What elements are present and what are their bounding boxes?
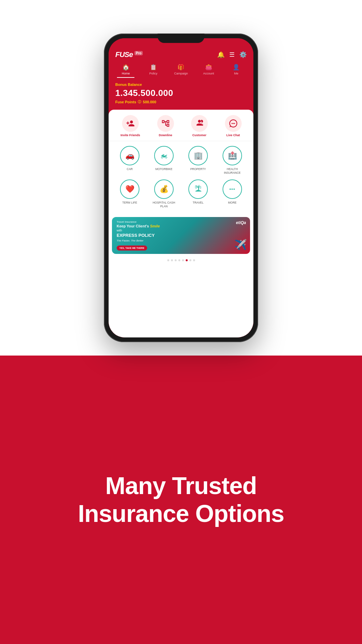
termlife-icon-circle: ❤️ — [120, 179, 139, 199]
product-property[interactable]: 🏢 PROPERTY — [185, 146, 212, 175]
car-icon-circle: 🚗 — [120, 146, 139, 165]
dot-4 — [178, 259, 180, 261]
motorbike-label: MOTORBIKE — [156, 167, 173, 171]
phone-device: FUSe Pro 🔔 ☰ ⚙️ 🏠 — [104, 34, 258, 342]
info-icon: ⓘ — [138, 100, 141, 104]
bottom-section: Many Trusted Insurance Options — [0, 356, 362, 644]
fuse-points-row: Fuse Points ⓘ 500.000 — [115, 100, 247, 104]
fuse-points-label: Fuse Points — [115, 100, 136, 104]
hospital-icon-circle: 💰 — [154, 179, 174, 199]
settings-icon[interactable]: ⚙️ — [239, 51, 247, 58]
dot-3 — [175, 259, 177, 261]
bell-icon[interactable]: 🔔 — [217, 51, 225, 58]
tab-me[interactable]: 👤 Me — [228, 64, 245, 78]
balance-section: Bonus Balance 1.345.500.000 Fuse Points … — [109, 78, 253, 110]
dot-5 — [182, 259, 184, 261]
property-label: PROPERTY — [190, 167, 206, 171]
dot-6 — [186, 259, 188, 261]
banner-content: Travel Insurance Keep Your Client's Smil… — [112, 217, 250, 254]
banner-title: EXPRESS POLICY — [117, 233, 245, 238]
product-car[interactable]: 🚗 CAR — [116, 146, 143, 175]
menu-icon[interactable]: ☰ — [229, 51, 235, 58]
phone-screen: FUSe Pro 🔔 ☰ ⚙️ 🏠 — [109, 38, 253, 337]
banner-sub: The Faster, The Better — [117, 239, 245, 242]
motorbike-icon-circle: 🏍 — [154, 146, 174, 165]
tab-campaign[interactable]: 🎁 Campaign — [172, 64, 190, 78]
hospital-label: HOSPITAL CASH PLAN — [150, 201, 177, 208]
balance-amount: 1.345.500.000 — [115, 88, 247, 98]
carousel-dots — [109, 257, 253, 264]
travel-icon-circle: 🏝 — [188, 179, 208, 199]
phone-area: FUSe Pro 🔔 ☰ ⚙️ 🏠 — [0, 0, 362, 356]
property-icon-circle: 🏢 — [188, 146, 208, 165]
dot-8 — [193, 259, 195, 261]
quick-action-customer[interactable]: Customer — [191, 115, 208, 137]
product-termlife[interactable]: ❤️ TERM LIFE — [116, 179, 143, 208]
top-icons-group: 🔔 ☰ ⚙️ — [217, 51, 247, 58]
tab-account[interactable]: 👛 Account — [200, 64, 217, 78]
tagline: Many Trusted Insurance Options — [78, 472, 284, 528]
car-label: CAR — [127, 167, 133, 171]
me-icon: 👤 — [233, 64, 240, 71]
quick-action-invite[interactable]: Invite Friends — [120, 115, 140, 137]
product-motorbike[interactable]: 🏍 MOTORBIKE — [150, 146, 177, 175]
tab-me-label: Me — [234, 72, 238, 75]
tagline-line2: Insurance Options — [78, 500, 284, 527]
tab-policy-label: Policy — [149, 72, 158, 75]
downline-label: Downline — [159, 133, 172, 137]
app-container: FUSe Pro 🔔 ☰ ⚙️ 🏠 — [109, 38, 253, 337]
logo-pro-badge: Pro — [134, 51, 143, 55]
dot-2 — [171, 259, 173, 261]
tab-home-label: Home — [122, 72, 130, 75]
bonus-balance-label: Bonus Balance — [115, 83, 247, 87]
campaign-icon: 🎁 — [177, 64, 184, 71]
customer-icon-circle — [191, 115, 208, 132]
nav-tabs: 🏠 Home 📋 Policy 🎁 Campaign 👛 — [109, 62, 253, 78]
banner-tag: Travel Insurance — [117, 220, 245, 223]
account-icon: 👛 — [205, 64, 212, 71]
health-label: HEALTH INSURANCE — [219, 167, 246, 175]
invite-label: Invite Friends — [120, 133, 140, 137]
fuse-points-value: 500.000 — [143, 100, 156, 104]
logo-text: FUSe — [115, 50, 133, 59]
tab-home[interactable]: 🏠 Home — [117, 64, 134, 78]
health-icon-circle: 🏥 — [223, 146, 242, 165]
promo-banner[interactable]: Travel Insurance Keep Your Client's Smil… — [112, 217, 250, 254]
product-more[interactable]: ••• More — [219, 179, 246, 208]
more-icon-circle: ••• — [223, 179, 242, 199]
quick-actions: Invite Friends Downline — [109, 110, 253, 141]
svg-point-0 — [201, 120, 202, 121]
downline-icon-circle — [157, 115, 174, 132]
phone-notch — [158, 34, 204, 43]
product-travel[interactable]: 🏝 TRAVEL — [185, 179, 212, 208]
travel-label: TRAVEL — [193, 201, 203, 205]
quick-action-downline[interactable]: Downline — [157, 115, 174, 137]
dot-1 — [167, 259, 169, 261]
tab-campaign-label: Campaign — [174, 72, 188, 75]
livechat-icon-circle — [225, 115, 242, 132]
banner-cta-button[interactable]: YES, TAKE ME THERE — [117, 246, 147, 251]
product-grid: 🚗 CAR 🏍 MOTORBIKE 🏢 PROPERTY — [109, 141, 253, 216]
dot-7 — [189, 259, 191, 261]
home-icon: 🏠 — [122, 64, 129, 71]
more-label: More — [228, 201, 237, 205]
quick-action-livechat[interactable]: Live Chat — [225, 115, 242, 137]
customer-label: Customer — [192, 133, 206, 137]
invite-icon-circle — [122, 115, 139, 132]
tab-policy[interactable]: 📋 Policy — [145, 64, 162, 78]
tagline-line1: Many Trusted — [105, 472, 257, 499]
product-hospital[interactable]: 💰 HOSPITAL CASH PLAN — [150, 179, 177, 208]
product-row-2: ❤️ TERM LIFE 💰 HOSPITAL CASH PLAN 🏝 TRAV — [113, 179, 249, 208]
termlife-label: TERM LIFE — [122, 201, 137, 205]
page: FUSe Pro 🔔 ☰ ⚙️ 🏠 — [0, 0, 362, 644]
product-row-1: 🚗 CAR 🏍 MOTORBIKE 🏢 PROPERTY — [113, 146, 249, 175]
livechat-label: Live Chat — [226, 133, 240, 137]
product-health[interactable]: 🏥 HEALTH INSURANCE — [219, 146, 246, 175]
white-card: Invite Friends Downline — [109, 110, 253, 337]
tab-account-label: Account — [203, 72, 214, 75]
app-logo: FUSe Pro — [115, 50, 143, 59]
policy-icon: 📋 — [150, 64, 157, 71]
